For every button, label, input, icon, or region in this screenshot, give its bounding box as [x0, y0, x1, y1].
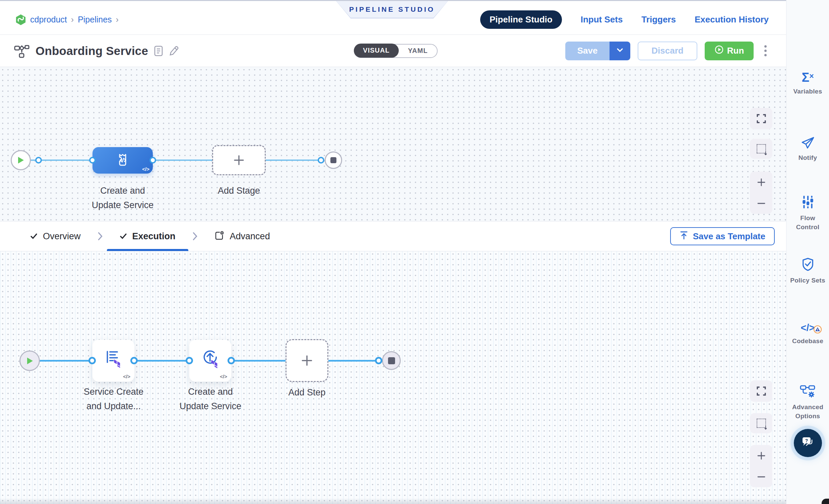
step1-label-line2: and Update...	[72, 399, 155, 413]
add-step-label: Add Step	[274, 385, 340, 400]
pipeline-studio-banner-inner: PIPELINE STUDIO	[336, 1, 448, 18]
toggle-visual[interactable]: VISUAL	[354, 43, 399, 58]
breadcrumb-project[interactable]: cdproduct	[30, 15, 67, 25]
sidebar-item-policy-sets[interactable]: Policy Sets	[787, 257, 829, 285]
stage-link-line	[153, 159, 213, 161]
more-options-menu[interactable]	[761, 43, 770, 58]
svg-text:?: ?	[805, 438, 808, 443]
multi-select-button[interactable]	[750, 139, 772, 159]
tab-input-sets[interactable]: Input Sets	[581, 14, 623, 25]
save-button[interactable]: Save	[565, 42, 610, 60]
page-title: Onboarding Service	[36, 44, 148, 58]
sidebar-item-notify[interactable]: Notify	[787, 137, 829, 162]
fullscreen-icon	[756, 114, 766, 124]
add-stage-button[interactable]	[212, 145, 266, 175]
sidebar-item-variables[interactable]: Σ× Variables	[787, 71, 829, 96]
breadcrumb: cdproduct › Pipelines ›	[15, 14, 119, 26]
link-port[interactable]	[130, 357, 138, 364]
zoom-controls	[750, 445, 772, 487]
discard-button[interactable]: Discard	[638, 42, 697, 60]
add-step-button[interactable]	[286, 339, 328, 382]
tab-pipeline-studio[interactable]: Pipeline Studio	[480, 10, 562, 29]
sidebar-item-label: Advanced Options	[787, 402, 829, 421]
toggle-yaml[interactable]: YAML	[399, 47, 437, 55]
codebase-code-icon: </>	[801, 322, 815, 333]
stop-icon	[388, 357, 395, 364]
link-port[interactable]	[227, 357, 235, 364]
breadcrumb-pipelines[interactable]: Pipelines	[78, 15, 112, 25]
marquee-select-icon	[757, 144, 766, 153]
custom-stage-icon	[114, 151, 131, 170]
run-button[interactable]: Run	[705, 42, 754, 60]
top-border-line	[0, 0, 829, 1]
link-port[interactable]	[149, 157, 156, 164]
tab-execution-label: Execution	[132, 231, 176, 242]
code-glyph: </>	[142, 166, 149, 172]
breadcrumb-separator: ›	[116, 15, 119, 25]
link-port[interactable]	[186, 357, 193, 364]
active-tab-underline	[107, 249, 188, 251]
fullscreen-icon	[756, 386, 766, 396]
link-port[interactable]	[35, 157, 42, 164]
plus-icon	[757, 178, 766, 187]
sidebar-item-label: Notify	[796, 153, 819, 162]
zoom-out-button[interactable]	[750, 466, 772, 487]
stage-node-create-and-update-service[interactable]: </>	[93, 147, 153, 174]
run-button-label: Run	[727, 45, 744, 56]
tab-triggers[interactable]: Triggers	[641, 14, 676, 25]
help-chat-button[interactable]: ?	[794, 429, 822, 457]
link-port[interactable]	[88, 357, 96, 364]
play-icon	[17, 156, 25, 164]
link-port[interactable]	[318, 157, 324, 164]
fit-to-screen-button[interactable]	[750, 380, 772, 402]
code-glyph: </>	[123, 374, 130, 379]
edit-pencil-icon[interactable]	[169, 45, 179, 56]
pipeline-studio-banner-label: PIPELINE STUDIO	[349, 5, 435, 13]
step1-label: Service Create and Update...	[72, 385, 155, 413]
policy-shield-icon	[801, 257, 814, 273]
step-node-create-and-update-service[interactable]: </>	[189, 340, 231, 382]
step-node-service-create-and-update[interactable]: </>	[93, 340, 134, 382]
zoom-controls	[750, 172, 772, 214]
stage-label-line1: Create and	[79, 184, 166, 198]
zoom-in-button[interactable]	[750, 172, 772, 193]
multi-select-button[interactable]	[750, 413, 772, 433]
sidebar-item-label: Policy Sets	[788, 276, 827, 285]
upload-icon	[680, 230, 688, 242]
execution-canvas[interactable]: </> </>	[0, 251, 786, 504]
add-stage-label: Add Stage	[206, 184, 273, 198]
stage-label-line2: Update Service	[79, 198, 166, 212]
tab-advanced[interactable]: Advanced	[200, 221, 285, 251]
pipeline-start-node[interactable]	[11, 150, 31, 170]
visual-yaml-toggle: VISUAL YAML	[354, 44, 438, 58]
advanced-options-pipeline-gear-icon	[800, 385, 816, 399]
fit-to-screen-button[interactable]	[750, 108, 772, 129]
save-as-template-label: Save as Template	[693, 231, 765, 242]
tab-execution[interactable]: Execution	[105, 221, 190, 251]
execution-start-node[interactable]	[20, 351, 40, 371]
link-port[interactable]	[89, 157, 96, 164]
pipeline-end-node[interactable]	[325, 151, 342, 169]
chevron-right-icon	[192, 231, 198, 241]
check-icon	[120, 233, 127, 239]
pipeline-title-block: Onboarding Service	[14, 44, 179, 58]
zoom-in-button[interactable]	[750, 445, 772, 466]
sidebar-item-flow-control[interactable]: Flow Control	[787, 195, 829, 231]
pipeline-header: Onboarding Service VISUAL YAML Save	[0, 35, 786, 67]
tab-execution-history[interactable]: Execution History	[695, 14, 769, 25]
description-doc-icon[interactable]	[154, 45, 163, 56]
step2-label-line2: Update Service	[169, 399, 252, 413]
stage-canvas[interactable]: </> Create and Update Service Add Stage	[0, 67, 786, 221]
sidebar-item-codebase[interactable]: </> Codebase	[787, 322, 829, 346]
save-dropdown-button[interactable]	[610, 42, 630, 60]
sidebar-item-advanced-options[interactable]: Advanced Options	[787, 385, 829, 421]
save-as-template-button[interactable]: Save as Template	[670, 227, 775, 245]
link-port[interactable]	[375, 357, 382, 364]
execution-end-node[interactable]	[382, 351, 401, 370]
variables-sigma-icon: Σ×	[801, 71, 814, 84]
zoom-out-button[interactable]	[750, 193, 772, 214]
tab-overview[interactable]: Overview	[15, 221, 96, 251]
marquee-select-icon	[757, 419, 766, 428]
step-link-line	[328, 360, 379, 362]
step-link-line	[134, 360, 190, 362]
